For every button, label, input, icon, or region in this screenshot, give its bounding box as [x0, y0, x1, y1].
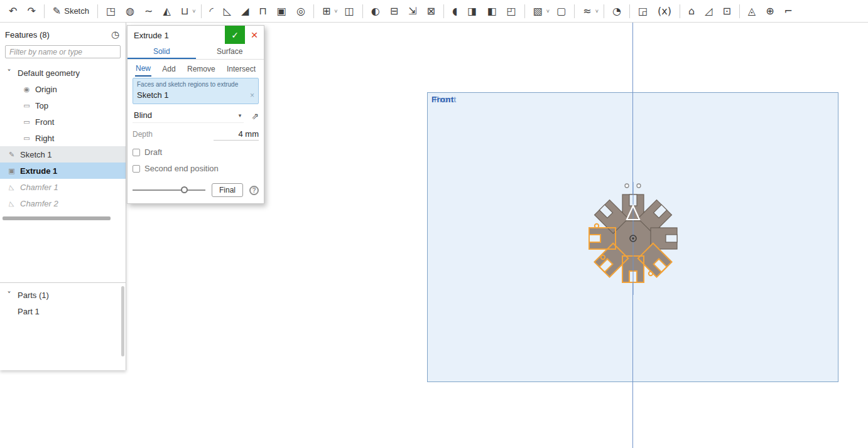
chevron-down-icon[interactable]: ˅: [332, 8, 339, 14]
chamfer-icon[interactable]: ◺: [219, 1, 236, 22]
offset-surface-icon[interactable]: ◰: [502, 1, 521, 22]
second-end-checkbox-row[interactable]: Second end position: [133, 164, 259, 173]
selection-field[interactable]: Faces and sketch regions to extrude Sket…: [133, 78, 259, 104]
features-scrollbar[interactable]: [121, 286, 124, 356]
derived-icon[interactable]: ⌂: [683, 1, 700, 22]
transform-icon[interactable]: ⇲: [403, 1, 421, 22]
flip-direction-icon[interactable]: ⇗: [251, 111, 259, 121]
second-end-label: Second end position: [144, 164, 219, 173]
feature-row-chamfer-2[interactable]: ◺Chamfer 2: [0, 195, 126, 211]
remove-selection-icon[interactable]: ×: [250, 91, 254, 100]
preview-slider[interactable]: [133, 186, 205, 194]
rollback-bar[interactable]: [3, 216, 111, 220]
cancel-button[interactable]: ×: [245, 26, 264, 44]
feature-label: Extrude 1: [20, 166, 57, 176]
hole-icon[interactable]: ◎: [291, 1, 310, 22]
chamfer-glyph: ◺: [224, 6, 231, 16]
move-face-icon[interactable]: ◨: [462, 1, 482, 22]
chevron-down-icon[interactable]: ˅: [190, 8, 197, 14]
plane-label: Front: [431, 95, 454, 104]
feature-row-extrude-1[interactable]: ▣Extrude 1: [0, 163, 126, 179]
mate-connector-icon[interactable]: ⊕: [761, 1, 779, 22]
chamfer-icon: ◺: [6, 200, 17, 208]
extrude-glyph: ◳: [106, 6, 116, 16]
chevron-down-icon[interactable]: ˅: [545, 8, 551, 14]
measure-icon[interactable]: ◬: [743, 1, 761, 22]
extrude-icon[interactable]: ◳: [101, 1, 121, 22]
replace-face-glyph: ◧: [487, 6, 496, 16]
feature-row-top[interactable]: ▭Top: [0, 97, 126, 114]
text-tool-glyph: ◿: [705, 6, 712, 16]
revolve-icon[interactable]: ◍: [121, 1, 139, 22]
help-icon[interactable]: ?: [249, 186, 259, 195]
undo-icon[interactable]: ↶: [4, 1, 22, 22]
vertex-handle[interactable]: [637, 184, 641, 188]
fillet-icon[interactable]: ◜: [205, 1, 219, 22]
tab-solid[interactable]: Solid: [127, 44, 196, 59]
vertex-handle[interactable]: [625, 184, 629, 188]
toolbar-divider: [574, 4, 575, 18]
draft-checkbox[interactable]: [133, 149, 140, 156]
draft-glyph: ◢: [241, 6, 249, 16]
filter-input[interactable]: [5, 45, 121, 58]
history-icon[interactable]: ◷: [111, 29, 119, 40]
draft-checkbox-row[interactable]: Draft: [133, 147, 259, 157]
boolean-tab-remove[interactable]: Remove: [187, 61, 216, 76]
offset-surface-glyph: ◰: [507, 6, 516, 16]
boolean-tab-intersect[interactable]: Intersect: [226, 61, 256, 76]
slider-track: [133, 189, 205, 191]
sweep-icon[interactable]: ∼: [139, 1, 158, 22]
feature-row-origin[interactable]: ◉Origin: [0, 81, 126, 97]
part[interactable]: [573, 182, 693, 295]
tab-surface[interactable]: Surface: [196, 44, 264, 59]
depth-input[interactable]: 4 mm: [214, 129, 259, 141]
boundary-surface-icon[interactable]: ▢: [551, 1, 571, 22]
sketch-icon[interactable]: ✎Sketch: [48, 1, 94, 22]
second-end-checkbox[interactable]: [133, 165, 140, 173]
shell-icon[interactable]: ▣: [272, 1, 291, 22]
delete-part-glyph: ⊠: [427, 6, 435, 16]
rib-icon[interactable]: ⊓: [254, 1, 271, 22]
mirror-icon[interactable]: ◫: [340, 1, 359, 22]
feature-row-right[interactable]: ▭Right: [0, 130, 126, 146]
fillet-glyph: ◜: [210, 6, 214, 16]
slot-icon[interactable]: ⊡: [717, 1, 735, 22]
split-icon[interactable]: ⊟: [385, 1, 403, 22]
mate-connector-glyph: ⊕: [766, 6, 774, 16]
toolbar-divider: [97, 4, 98, 18]
sheet-metal-icon[interactable]: ◲: [633, 1, 653, 22]
preview-row: Final ?: [133, 183, 259, 197]
boolean-tab-new[interactable]: New: [135, 60, 151, 77]
part-row[interactable]: Part 1: [0, 303, 126, 319]
end-type-dropdown[interactable]: Blind ▾: [133, 109, 244, 123]
wrap-glyph: ≈: [583, 6, 591, 16]
text-tool-icon[interactable]: ◿: [700, 1, 717, 22]
replace-face-icon[interactable]: ◧: [482, 1, 501, 22]
loft-icon[interactable]: ◭: [158, 1, 175, 22]
sketch-glyph: ✎: [53, 6, 61, 16]
variable-icon[interactable]: (x): [653, 1, 676, 22]
modify-fillet-icon[interactable]: ◖: [447, 1, 462, 22]
delete-part-icon[interactable]: ⊠: [422, 1, 440, 22]
origin-icon: ◉: [21, 85, 32, 93]
confirm-button[interactable]: ✓: [225, 26, 245, 44]
boolean-tabs: New Add Remove Intersect: [127, 60, 264, 77]
custom-feature-icon[interactable]: ⌐: [779, 1, 798, 22]
chevron-down-icon[interactable]: ˅: [594, 8, 600, 14]
feature-row-default-geometry[interactable]: ˅Default geometry: [0, 65, 126, 81]
boolean-tab-add[interactable]: Add: [161, 61, 176, 76]
redo-icon[interactable]: ↷: [22, 1, 40, 22]
feature-row-sketch-1[interactable]: ✎Sketch 1: [0, 146, 126, 163]
feature-row-chamfer-1[interactable]: ◺Chamfer 1: [0, 179, 126, 195]
features-panel: Features (8) ◷ ˅Default geometry◉Origin▭…: [0, 23, 126, 370]
draft-icon[interactable]: ◢: [236, 1, 254, 22]
loft-glyph: ◭: [163, 6, 170, 16]
feature-row-front[interactable]: ▭Front: [0, 114, 126, 130]
sketch-icon: ✎: [6, 151, 17, 159]
parts-group-row[interactable]: ˅ Parts (1): [0, 287, 126, 303]
helix-icon[interactable]: ◔: [607, 1, 626, 22]
final-button[interactable]: Final: [212, 183, 243, 197]
boolean-icon[interactable]: ◐: [366, 1, 385, 22]
slider-handle[interactable]: [181, 186, 188, 193]
toolbar-divider: [629, 4, 630, 18]
